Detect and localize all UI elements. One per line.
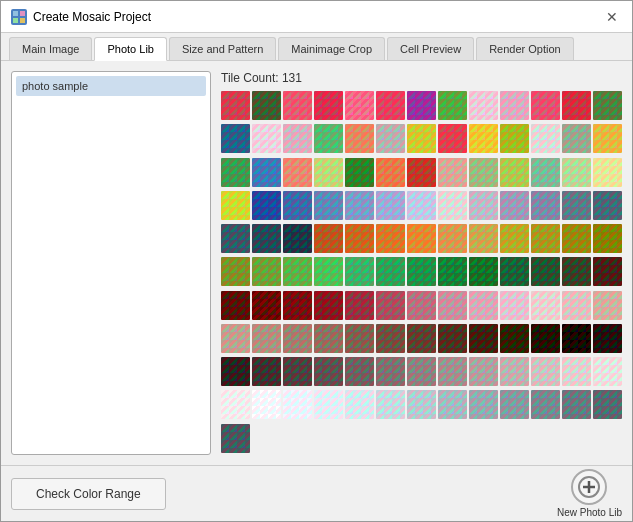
photo-cell[interactable] xyxy=(252,357,281,386)
photo-cell[interactable] xyxy=(376,224,405,253)
photo-cell[interactable] xyxy=(345,158,374,187)
photo-cell[interactable] xyxy=(500,158,529,187)
photo-cell[interactable] xyxy=(252,257,281,286)
photo-cell[interactable] xyxy=(500,390,529,419)
photo-cell[interactable] xyxy=(345,357,374,386)
photo-cell[interactable] xyxy=(345,91,374,120)
photo-cell[interactable] xyxy=(469,357,498,386)
photo-cell[interactable] xyxy=(283,257,312,286)
tab-photo-lib[interactable]: Photo Lib xyxy=(94,37,166,61)
photo-cell[interactable] xyxy=(438,357,467,386)
photo-cell[interactable] xyxy=(252,291,281,320)
photo-cell[interactable] xyxy=(531,124,560,153)
photo-cell[interactable] xyxy=(221,124,250,153)
photo-cell[interactable] xyxy=(283,91,312,120)
photo-cell[interactable] xyxy=(376,390,405,419)
photo-cell[interactable] xyxy=(438,91,467,120)
photo-cell[interactable] xyxy=(593,191,622,220)
photo-cell[interactable] xyxy=(469,324,498,353)
photo-cell[interactable] xyxy=(376,158,405,187)
photo-cell[interactable] xyxy=(252,124,281,153)
photo-cell[interactable] xyxy=(407,390,436,419)
photo-cell[interactable] xyxy=(283,357,312,386)
check-color-range-button[interactable]: Check Color Range xyxy=(11,478,166,510)
photo-cell[interactable] xyxy=(562,390,591,419)
tab-size-and-pattern[interactable]: Size and Pattern xyxy=(169,37,276,60)
photo-cell[interactable] xyxy=(593,224,622,253)
photo-cell[interactable] xyxy=(469,257,498,286)
photo-cell[interactable] xyxy=(283,390,312,419)
photo-cell[interactable] xyxy=(438,291,467,320)
photo-cell[interactable] xyxy=(407,191,436,220)
photo-cell[interactable] xyxy=(345,291,374,320)
photo-cell[interactable] xyxy=(345,390,374,419)
photo-cell[interactable] xyxy=(531,158,560,187)
new-photo-lib-button[interactable]: New Photo Lib xyxy=(557,469,622,518)
photo-cell[interactable] xyxy=(500,91,529,120)
photo-cell[interactable] xyxy=(562,124,591,153)
photo-cell[interactable] xyxy=(314,91,343,120)
photo-cell[interactable] xyxy=(500,124,529,153)
photo-cell[interactable] xyxy=(562,91,591,120)
photo-cell[interactable] xyxy=(593,124,622,153)
photo-cell[interactable] xyxy=(562,357,591,386)
photo-cell[interactable] xyxy=(314,191,343,220)
photo-cell[interactable] xyxy=(593,158,622,187)
photo-cell[interactable] xyxy=(407,91,436,120)
photo-cell[interactable] xyxy=(221,158,250,187)
photo-cell[interactable] xyxy=(252,224,281,253)
photo-cell[interactable] xyxy=(221,257,250,286)
photo-cell[interactable] xyxy=(221,291,250,320)
photo-cell[interactable] xyxy=(438,191,467,220)
list-item[interactable]: photo sample xyxy=(16,76,206,96)
photo-cell[interactable] xyxy=(345,224,374,253)
photo-cell[interactable] xyxy=(531,91,560,120)
photo-cell[interactable] xyxy=(407,124,436,153)
photo-cell[interactable] xyxy=(562,224,591,253)
photo-cell[interactable] xyxy=(221,324,250,353)
photo-cell[interactable] xyxy=(283,158,312,187)
photo-cell[interactable] xyxy=(593,324,622,353)
photo-cell[interactable] xyxy=(221,357,250,386)
tab-render-option[interactable]: Render Option xyxy=(476,37,574,60)
photo-cell[interactable] xyxy=(221,424,250,453)
photo-cell[interactable] xyxy=(531,191,560,220)
photo-cell[interactable] xyxy=(283,224,312,253)
photo-cell[interactable] xyxy=(562,257,591,286)
photo-cell[interactable] xyxy=(376,191,405,220)
photo-cell[interactable] xyxy=(252,91,281,120)
photo-cell[interactable] xyxy=(562,191,591,220)
photo-cell[interactable] xyxy=(469,191,498,220)
photo-cell[interactable] xyxy=(469,390,498,419)
photo-cell[interactable] xyxy=(531,291,560,320)
photo-cell[interactable] xyxy=(407,257,436,286)
photo-cell[interactable] xyxy=(469,91,498,120)
photo-cell[interactable] xyxy=(314,124,343,153)
photo-cell[interactable] xyxy=(314,224,343,253)
photo-cell[interactable] xyxy=(531,390,560,419)
photo-cell[interactable] xyxy=(438,390,467,419)
photo-cell[interactable] xyxy=(469,291,498,320)
photo-cell[interactable] xyxy=(376,124,405,153)
photo-cell[interactable] xyxy=(314,324,343,353)
photo-cell[interactable] xyxy=(562,291,591,320)
photo-cell[interactable] xyxy=(593,257,622,286)
photo-cell[interactable] xyxy=(500,191,529,220)
photo-cell[interactable] xyxy=(252,158,281,187)
photo-cell[interactable] xyxy=(407,357,436,386)
photo-cell[interactable] xyxy=(407,224,436,253)
photo-cell[interactable] xyxy=(221,191,250,220)
tab-mainimage-crop[interactable]: Mainimage Crop xyxy=(278,37,385,60)
photo-cell[interactable] xyxy=(438,224,467,253)
photo-cell[interactable] xyxy=(531,257,560,286)
photo-cell[interactable] xyxy=(376,257,405,286)
photo-cell[interactable] xyxy=(562,158,591,187)
photo-cell[interactable] xyxy=(500,257,529,286)
photo-cell[interactable] xyxy=(314,357,343,386)
photo-cell[interactable] xyxy=(407,158,436,187)
photo-cell[interactable] xyxy=(469,124,498,153)
tab-cell-preview[interactable]: Cell Preview xyxy=(387,37,474,60)
photo-cell[interactable] xyxy=(531,324,560,353)
photo-cell[interactable] xyxy=(345,191,374,220)
photo-cell[interactable] xyxy=(283,291,312,320)
